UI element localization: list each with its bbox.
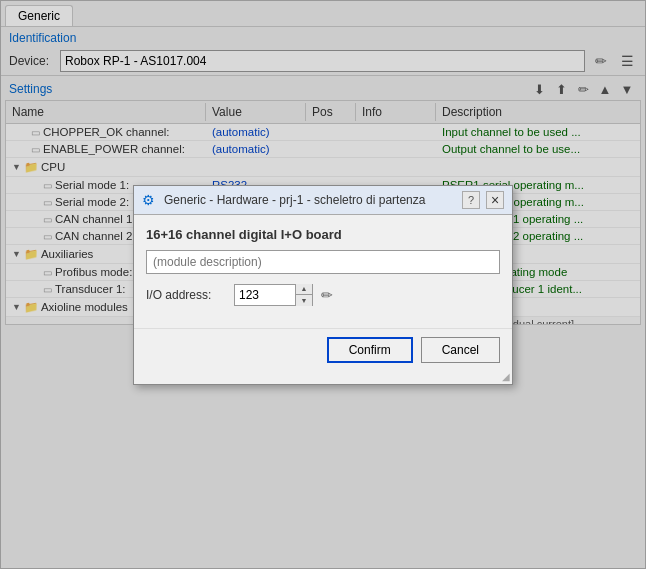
io-address-label: I/O address: xyxy=(146,288,226,302)
modal-dialog: ⚙ Generic - Hardware - prj-1 - scheletro… xyxy=(133,185,513,385)
modal-title-icon: ⚙ xyxy=(142,192,158,208)
modal-device-title: 16+16 channel digital I+O board xyxy=(146,227,500,242)
spinbox-down-button[interactable]: ▼ xyxy=(296,295,312,306)
modal-io-row: I/O address: ▲ ▼ ✏ xyxy=(146,284,500,306)
modal-close-button[interactable]: × xyxy=(486,191,504,209)
io-address-spinbox: ▲ ▼ xyxy=(234,284,313,306)
spinbox-up-button[interactable]: ▲ xyxy=(296,284,312,295)
io-address-edit-icon[interactable]: ✏ xyxy=(321,287,333,303)
modal-titlebar: ⚙ Generic - Hardware - prj-1 - scheletro… xyxy=(134,186,512,215)
modal-help-button[interactable]: ? xyxy=(462,191,480,209)
cancel-button[interactable]: Cancel xyxy=(421,337,500,363)
modal-body: 16+16 channel digital I+O board I/O addr… xyxy=(134,215,512,328)
resize-handle[interactable]: ◢ xyxy=(502,371,510,382)
modal-title-text: Generic - Hardware - prj-1 - scheletro d… xyxy=(164,193,456,207)
modal-footer: Confirm Cancel xyxy=(134,328,512,375)
io-address-input[interactable] xyxy=(235,286,295,304)
modal-overlay: ⚙ Generic - Hardware - prj-1 - scheletro… xyxy=(1,1,645,568)
modal-description-input[interactable] xyxy=(146,250,500,274)
confirm-button[interactable]: Confirm xyxy=(327,337,413,363)
main-window: Generic Identification Device: ✏ ☰ Setti… xyxy=(0,0,646,569)
spinbox-buttons: ▲ ▼ xyxy=(295,284,312,306)
